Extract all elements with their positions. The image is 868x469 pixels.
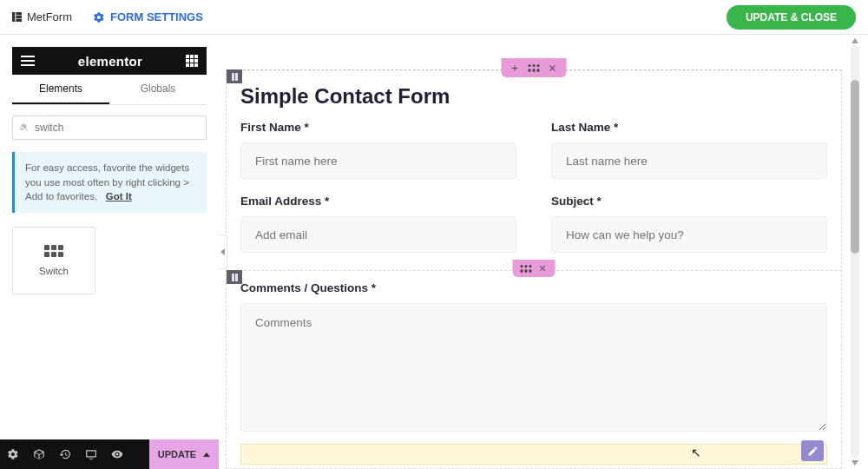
section2-drag-handle[interactable] xyxy=(521,265,532,273)
tab-elements[interactable]: Elements xyxy=(12,75,109,104)
svg-rect-1 xyxy=(16,12,22,15)
hamburger-icon[interactable] xyxy=(21,56,35,66)
footer-history-icon[interactable] xyxy=(52,439,78,469)
section-1: Simple Contact Form First Name * Last Na… xyxy=(227,70,841,275)
selected-element-highlight xyxy=(240,444,827,465)
elementor-panel: elementor Elements Globals For easy acce… xyxy=(0,35,219,469)
canvas-scrollbar[interactable] xyxy=(851,45,859,459)
search-icon xyxy=(20,122,30,133)
form-title: Simple Contact Form xyxy=(240,84,827,109)
footer-settings-icon[interactable] xyxy=(0,439,26,469)
label-subject: Subject * xyxy=(551,195,602,208)
section-toolbar xyxy=(502,58,567,77)
svg-rect-0 xyxy=(12,12,15,22)
panel-body: For easy access, favorite the widgets yo… xyxy=(0,105,219,469)
favorites-tip: For easy access, favorite the widgets yo… xyxy=(12,152,207,213)
input-subject[interactable] xyxy=(551,216,827,253)
switch-widget-icon xyxy=(44,245,63,257)
input-last-name[interactable] xyxy=(551,142,827,179)
svg-rect-3 xyxy=(16,19,22,22)
section2-delete-button[interactable] xyxy=(539,262,548,275)
scroll-up-icon[interactable] xyxy=(851,36,859,45)
footer-navigator-icon[interactable] xyxy=(26,439,52,469)
chevron-up-icon xyxy=(203,452,210,457)
section-delete-button[interactable] xyxy=(549,63,558,73)
section-drag-handle[interactable] xyxy=(529,64,540,72)
widget-card-switch[interactable]: Switch xyxy=(12,227,95,294)
footer-responsive-icon[interactable] xyxy=(78,439,104,469)
scroll-down-icon[interactable] xyxy=(851,459,859,467)
input-email[interactable] xyxy=(240,216,516,253)
field-comments: Comments / Questions * xyxy=(240,281,827,434)
column-handle-2[interactable] xyxy=(227,270,242,284)
update-close-button[interactable]: UPDATE & CLOSE xyxy=(727,5,856,30)
widget-label: Switch xyxy=(39,266,69,276)
section-2: Comments / Questions * xyxy=(227,270,841,441)
editor-canvas: Simple Contact Form First Name * Last Na… xyxy=(219,35,868,469)
pencil-icon xyxy=(807,446,819,457)
input-first-name[interactable] xyxy=(240,142,516,179)
field-first-name: First Name * xyxy=(240,121,516,179)
tab-globals[interactable]: Globals xyxy=(109,75,207,104)
top-bar: MetForm FORM SETTINGS UPDATE & CLOSE xyxy=(0,0,868,35)
search-input[interactable] xyxy=(35,122,199,134)
form-canvas[interactable]: Simple Contact Form First Name * Last Na… xyxy=(226,69,842,469)
panel-footer: UPDATE xyxy=(0,439,219,469)
panel-update-label: UPDATE xyxy=(158,449,196,459)
label-comments: Comments / Questions * xyxy=(240,281,376,294)
label-email: Email Address * xyxy=(240,195,329,208)
field-subject: Subject * xyxy=(551,195,827,253)
widget-results: Switch xyxy=(12,227,207,294)
app-logo-icon xyxy=(12,12,22,22)
label-last-name: Last Name * xyxy=(551,121,618,134)
widget-search[interactable] xyxy=(12,116,207,140)
panel-collapse-handle[interactable] xyxy=(219,234,227,269)
panel-header: elementor xyxy=(12,47,207,75)
edit-element-button[interactable] xyxy=(801,440,824,461)
svg-rect-2 xyxy=(16,16,22,18)
workspace: elementor Elements Globals For easy acce… xyxy=(0,35,868,469)
field-email: Email Address * xyxy=(240,195,516,253)
app-logo: MetForm xyxy=(12,10,72,23)
scroll-thumb[interactable] xyxy=(851,80,859,254)
form-settings-link[interactable]: FORM SETTINGS xyxy=(93,10,203,23)
column-handle[interactable] xyxy=(227,69,242,83)
label-first-name: First Name * xyxy=(240,121,309,134)
widgets-grid-icon[interactable] xyxy=(186,55,198,67)
field-last-name: Last Name * xyxy=(551,121,827,179)
mouse-cursor-icon: ↖ xyxy=(691,446,701,459)
panel-tabs: Elements Globals xyxy=(12,75,207,105)
app-name: MetForm xyxy=(27,10,72,23)
panel-update-button[interactable]: UPDATE xyxy=(149,439,219,469)
footer-preview-icon[interactable] xyxy=(104,439,130,469)
section-add-button[interactable] xyxy=(510,63,520,73)
textarea-comments[interactable] xyxy=(240,303,827,432)
tip-got-it[interactable]: Got It xyxy=(106,191,132,201)
gear-icon xyxy=(93,11,105,23)
form-settings-label: FORM SETTINGS xyxy=(110,10,203,23)
panel-brand: elementor xyxy=(78,54,142,69)
section2-toolbar xyxy=(513,260,556,277)
